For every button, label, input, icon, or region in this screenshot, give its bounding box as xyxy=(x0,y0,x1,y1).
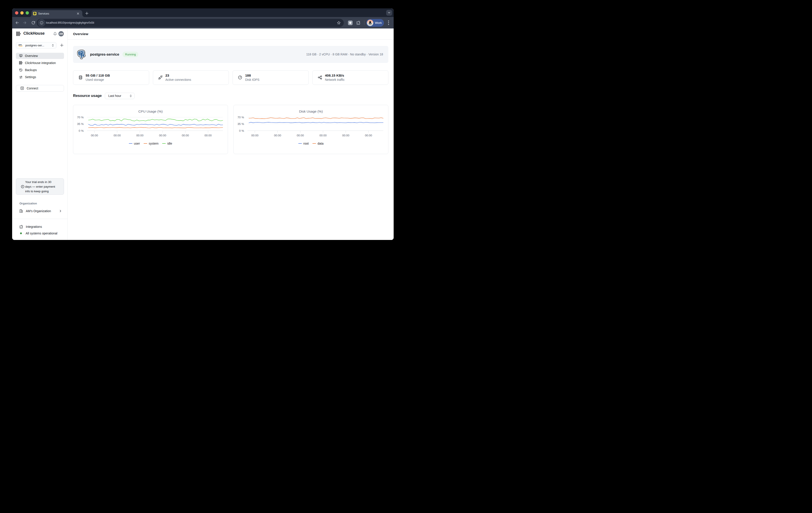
svg-text:0 %: 0 % xyxy=(239,129,244,133)
svg-text:00:00: 00:00 xyxy=(251,134,259,137)
svg-text:00:00: 00:00 xyxy=(114,134,121,137)
svg-text:70 %: 70 % xyxy=(77,116,84,119)
svg-text:00:00: 00:00 xyxy=(297,134,304,137)
svg-text:00:00: 00:00 xyxy=(319,134,327,137)
svg-text:35 %: 35 % xyxy=(237,122,244,125)
svg-text:00:00: 00:00 xyxy=(182,134,189,137)
svg-text:CPU Usage (%): CPU Usage (%) xyxy=(138,110,163,113)
svg-text:00:00: 00:00 xyxy=(274,134,281,137)
svg-text:00:00: 00:00 xyxy=(342,134,349,137)
svg-text:35 %: 35 % xyxy=(77,122,84,125)
svg-text:00:00: 00:00 xyxy=(365,134,372,137)
svg-text:aws: aws xyxy=(18,44,22,46)
svg-text:00:00: 00:00 xyxy=(205,134,212,137)
svg-text:00:00: 00:00 xyxy=(91,134,98,137)
svg-text:00:00: 00:00 xyxy=(159,134,166,137)
svg-text:0 %: 0 % xyxy=(79,129,84,133)
svg-text:00:00: 00:00 xyxy=(136,134,144,137)
svg-text:Disk Usage (%): Disk Usage (%) xyxy=(299,110,323,113)
svg-text:70 %: 70 % xyxy=(237,116,244,119)
